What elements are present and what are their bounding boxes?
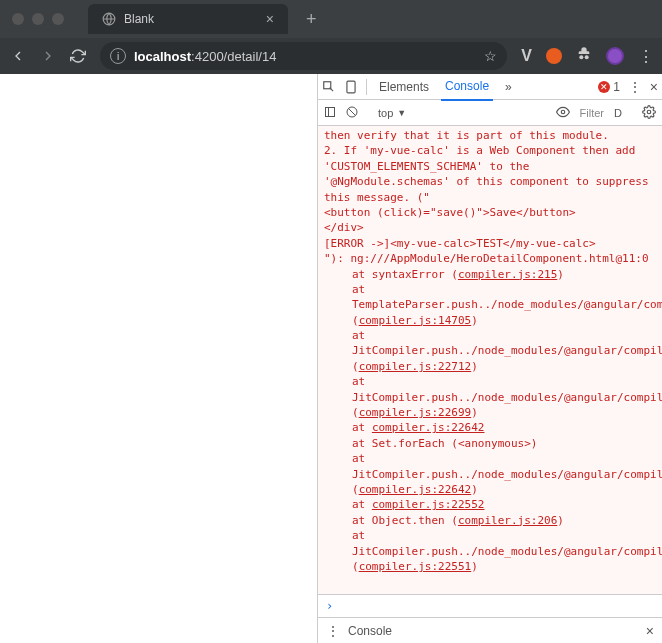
log-line: 2. If 'my-vue-calc' is a Web Component t…: [324, 144, 649, 203]
devtools-tabbar: Elements Console » ✕1 ⋮ ×: [318, 74, 662, 100]
bookmark-icon[interactable]: ☆: [484, 48, 497, 64]
svg-rect-5: [326, 107, 335, 116]
drawer-menu-icon[interactable]: ⋮: [326, 623, 340, 639]
error-badge[interactable]: ✕1: [598, 80, 620, 94]
separator: [366, 79, 367, 95]
gear-icon[interactable]: [642, 105, 656, 121]
tab-console[interactable]: Console: [441, 73, 493, 101]
extension-purple-icon[interactable]: [606, 47, 624, 65]
log-line: <button (click)="save()">Save</button>: [324, 206, 576, 219]
devtools-menu-icon[interactable]: ⋮: [628, 79, 642, 95]
menu-icon[interactable]: ⋮: [638, 47, 652, 66]
svg-rect-4: [347, 81, 355, 93]
source-link[interactable]: compiler.js:22699: [359, 406, 472, 419]
browser-titlebar: Blank × +: [0, 0, 662, 38]
tab-elements[interactable]: Elements: [375, 74, 433, 100]
reload-button[interactable]: [70, 48, 86, 64]
extension-v-icon[interactable]: V: [521, 47, 532, 65]
new-tab-button[interactable]: +: [306, 9, 317, 30]
close-icon[interactable]: ×: [266, 11, 274, 27]
source-link[interactable]: compiler.js:206: [458, 514, 557, 527]
source-link[interactable]: compiler.js:14705: [359, 314, 472, 327]
back-button[interactable]: [10, 48, 26, 64]
device-icon[interactable]: [344, 80, 358, 94]
filter-input[interactable]: Filter: [580, 107, 604, 119]
devtools-panel: Elements Console » ✕1 ⋮ × top▼ Filter D …: [317, 74, 662, 643]
browser-tab[interactable]: Blank ×: [88, 4, 288, 34]
source-link[interactable]: compiler.js:22642: [372, 421, 485, 434]
extension-orange-icon[interactable]: [546, 48, 562, 64]
sidebar-toggle-icon[interactable]: [324, 106, 336, 120]
address-bar[interactable]: i localhost:4200/detail/14 ☆: [100, 42, 507, 70]
source-link[interactable]: compiler.js:22551: [359, 560, 472, 573]
svg-point-9: [561, 110, 565, 114]
source-link[interactable]: compiler.js:22642: [359, 483, 472, 496]
context-selector[interactable]: top▼: [378, 107, 406, 119]
tab-more[interactable]: »: [501, 74, 516, 100]
log-level[interactable]: D: [614, 107, 622, 119]
drawer-close-icon[interactable]: ×: [646, 623, 654, 639]
source-link[interactable]: compiler.js:22712: [359, 360, 472, 373]
info-icon[interactable]: i: [110, 48, 126, 64]
source-link[interactable]: compiler.js:215: [458, 268, 557, 281]
drawer-tab-console[interactable]: Console: [348, 624, 392, 638]
devtools-drawer: ⋮ Console ×: [318, 617, 662, 643]
devtools-close-icon[interactable]: ×: [650, 79, 658, 95]
clear-console-icon[interactable]: [346, 106, 358, 120]
url-text: localhost:4200/detail/14: [134, 49, 276, 64]
live-expression-icon[interactable]: [556, 105, 570, 121]
tab-title: Blank: [124, 12, 154, 26]
source-link[interactable]: compiler.js:22552: [372, 498, 485, 511]
window-controls[interactable]: [12, 13, 64, 25]
svg-point-2: [585, 55, 589, 59]
svg-line-8: [349, 108, 356, 115]
forward-button[interactable]: [40, 48, 56, 64]
console-prompt[interactable]: ›: [318, 594, 662, 617]
svg-point-10: [647, 110, 651, 114]
svg-point-1: [579, 55, 583, 59]
incognito-icon: [576, 46, 592, 66]
log-line: "):: [324, 252, 344, 265]
browser-toolbar: i localhost:4200/detail/14 ☆ V ⋮: [0, 38, 662, 74]
inspect-icon[interactable]: [322, 80, 336, 94]
page-content: [0, 74, 317, 643]
console-output[interactable]: then verify that it is part of this modu…: [318, 126, 662, 594]
console-toolbar: top▼ Filter D: [318, 100, 662, 126]
log-line: </div>: [324, 221, 364, 234]
log-line: then verify that it is part of this modu…: [324, 129, 609, 142]
globe-icon: [102, 12, 116, 26]
log-line: [ERROR ->]<my-vue-calc>TEST</my-vue-calc…: [324, 237, 596, 250]
log-line: ng:///AppModule/HeroDetailComponent.html…: [351, 252, 649, 265]
